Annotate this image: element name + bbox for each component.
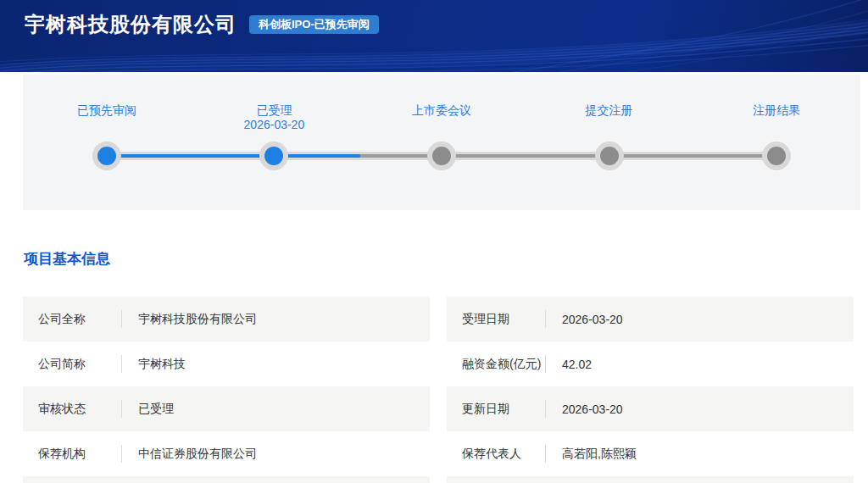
step-dot: [762, 142, 791, 170]
step-label: 已预先审阅: [77, 103, 136, 118]
info-label: 融资金额(亿元): [462, 357, 545, 372]
step-dot-core: [767, 147, 786, 165]
info-value: 42.02: [562, 358, 592, 371]
info-label: 更新日期: [462, 402, 545, 417]
table-row: 审核状态 已受理: [23, 386, 430, 431]
info-value: 宇树科技股份有限公司: [138, 312, 257, 327]
info-label: 受理日期: [462, 312, 545, 327]
step-dot: [595, 142, 624, 170]
label-value-divider: [545, 310, 546, 328]
label-value-divider: [545, 355, 546, 373]
step-label: 上市委会议: [412, 103, 471, 118]
table-row: 融资金额(亿元) 42.02: [447, 341, 854, 386]
page-header: 宇树科技股份有限公司 科创板IPO-已预先审阅: [0, 0, 868, 72]
table-row-partial: [447, 476, 854, 483]
ipo-progress-timeline: 已预先审阅 已受理 2026-03-20 上市委会议 提交注册 注册结果: [23, 75, 860, 210]
step-label: 提交注册: [586, 103, 633, 118]
info-value: 宇树科技: [138, 357, 186, 372]
table-row: 更新日期 2026-03-20: [447, 386, 854, 431]
label-value-divider: [121, 355, 122, 373]
info-value: 中信证券股份有限公司: [138, 447, 257, 462]
step-label: 注册结果: [753, 103, 800, 118]
step-date: 2026-03-20: [244, 118, 305, 132]
page-title: 宇树科技股份有限公司: [25, 12, 236, 37]
step-dot-core: [264, 147, 283, 165]
ipo-status-badge: 科创板IPO-已预先审阅: [249, 15, 379, 34]
step-dot: [92, 142, 121, 170]
step-dot-core: [97, 147, 116, 165]
section-title-basic-info: 项目基本信息: [24, 249, 868, 269]
label-value-divider: [121, 310, 122, 328]
step-label: 已受理 2026-03-20: [244, 103, 305, 132]
label-value-divider: [545, 445, 546, 463]
track-progress: [107, 154, 360, 158]
info-value: 已受理: [138, 402, 174, 417]
info-value: 2026-03-20: [562, 402, 623, 416]
table-row: 保荐机构 中信证券股份有限公司: [23, 431, 430, 476]
basic-info-table: 公司全称 宇树科技股份有限公司 公司简称 宇树科技 审核状态 已受理 保荐机构 …: [23, 297, 854, 483]
info-label: 审核状态: [38, 402, 121, 417]
table-row: 公司全称 宇树科技股份有限公司: [23, 297, 430, 341]
info-label: 保荐代表人: [462, 447, 545, 462]
info-column-right: 受理日期 2026-03-20 融资金额(亿元) 42.02 更新日期 2026…: [447, 297, 854, 483]
table-row: 保荐代表人 高若阳,陈熙颖: [447, 431, 854, 476]
step-dot: [427, 142, 456, 170]
info-column-left: 公司全称 宇树科技股份有限公司 公司简称 宇树科技 审核状态 已受理 保荐机构 …: [23, 297, 430, 483]
step-dot-core: [600, 147, 619, 165]
step-dot: [259, 142, 288, 170]
info-label: 公司全称: [38, 312, 121, 327]
info-label: 保荐机构: [38, 447, 121, 462]
info-value: 高若阳,陈熙颖: [562, 447, 637, 462]
info-value: 2026-03-20: [562, 313, 623, 326]
label-value-divider: [545, 400, 546, 418]
label-value-divider: [121, 400, 122, 418]
info-label: 公司简称: [38, 357, 121, 372]
table-row: 受理日期 2026-03-20: [447, 297, 854, 341]
step-dot-core: [432, 147, 451, 165]
table-row: 公司简称 宇树科技: [23, 341, 430, 386]
table-row-partial: [23, 476, 430, 483]
label-value-divider: [121, 445, 122, 463]
